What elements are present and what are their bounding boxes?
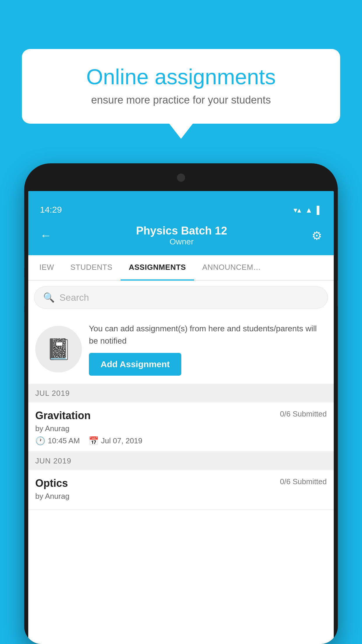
tabs-bar: IEW STUDENTS ASSIGNMENTS ANNOUNCEM… (28, 255, 334, 281)
search-icon: 🔍 (43, 292, 55, 303)
owner-subtitle: Owner (136, 237, 227, 246)
speech-bubble-title: Online assignments (39, 65, 323, 89)
assignment-name-optics: Optics (35, 477, 68, 489)
assignment-by-optics: by Anurag (35, 492, 327, 501)
volume-down-button (24, 312, 25, 341)
search-placeholder-text: Search (59, 292, 89, 303)
tab-students[interactable]: STUDENTS (62, 255, 121, 281)
time-value-gravitation: 10:45 AM (48, 436, 80, 445)
section-jul-2019: JUL 2019 (28, 384, 334, 402)
signal-icon: ▲ (305, 206, 313, 215)
settings-button[interactable]: ⚙ (312, 229, 322, 242)
assignment-time-gravitation: 🕐 10:45 AM (35, 436, 80, 446)
batch-title: Physics Batch 12 (136, 225, 227, 237)
promo-icon-wrap: 📓 (35, 326, 82, 372)
assignment-row-top: Gravitation 0/6 Submitted (35, 410, 327, 422)
promo-description: You can add assignment(s) from here and … (89, 323, 327, 347)
battery-icon: ▌ (317, 206, 322, 215)
search-container: 🔍 Search (28, 281, 334, 314)
speech-bubble-subtitle: ensure more practice for your students (39, 94, 323, 106)
assignment-date-gravitation: 📅 Jul 07, 2019 (89, 436, 143, 446)
notebook-icon: 📓 (46, 337, 71, 361)
promo-right: You can add assignment(s) from here and … (89, 323, 327, 376)
assignment-row-top-optics: Optics 0/6 Submitted (35, 477, 327, 489)
app-header: ← Physics Batch 12 Owner ⚙ (28, 219, 334, 255)
status-icons: ▾▴ ▲ ▌ (294, 206, 322, 215)
power-button (337, 280, 338, 306)
calendar-icon: 📅 (89, 436, 99, 446)
phone-frame: 14:29 ▾▴ ▲ ▌ ← Physics Batch 12 Owner ⚙ … (24, 163, 338, 644)
phone-screen: 14:29 ▾▴ ▲ ▌ ← Physics Batch 12 Owner ⚙ … (28, 191, 334, 644)
search-bar[interactable]: 🔍 Search (34, 286, 328, 309)
header-title-block: Physics Batch 12 Owner (136, 225, 227, 246)
assignment-name-gravitation: Gravitation (35, 410, 91, 422)
assignment-by-gravitation: by Anurag (35, 424, 327, 433)
status-bar: 14:29 ▾▴ ▲ ▌ (28, 191, 334, 219)
tab-iew[interactable]: IEW (31, 255, 62, 281)
assignment-gravitation[interactable]: Gravitation 0/6 Submitted by Anurag 🕐 10… (28, 402, 334, 452)
front-camera (177, 174, 185, 182)
add-assignment-button[interactable]: Add Assignment (89, 353, 181, 376)
phone-notch (155, 163, 207, 186)
tab-assignments[interactable]: ASSIGNMENTS (121, 255, 194, 281)
date-value-gravitation: Jul 07, 2019 (101, 436, 143, 445)
volume-up-button (24, 277, 25, 306)
clock-icon: 🕐 (35, 436, 45, 446)
back-button[interactable]: ← (40, 229, 52, 242)
assignment-optics[interactable]: Optics 0/6 Submitted by Anurag (28, 470, 334, 510)
section-jun-2019: JUN 2019 (28, 452, 334, 470)
volume-silent-button (24, 251, 25, 268)
tab-announcements[interactable]: ANNOUNCEM… (194, 255, 269, 281)
status-time: 14:29 (40, 205, 62, 215)
assignment-submitted-gravitation: 0/6 Submitted (280, 410, 327, 419)
speech-bubble: Online assignments ensure more practice … (22, 49, 340, 124)
assignment-submitted-optics: 0/6 Submitted (280, 477, 327, 486)
wifi-icon: ▾▴ (294, 206, 301, 215)
promo-block: 📓 You can add assignment(s) from here an… (28, 314, 334, 384)
assignment-meta-gravitation: 🕐 10:45 AM 📅 Jul 07, 2019 (35, 436, 327, 446)
